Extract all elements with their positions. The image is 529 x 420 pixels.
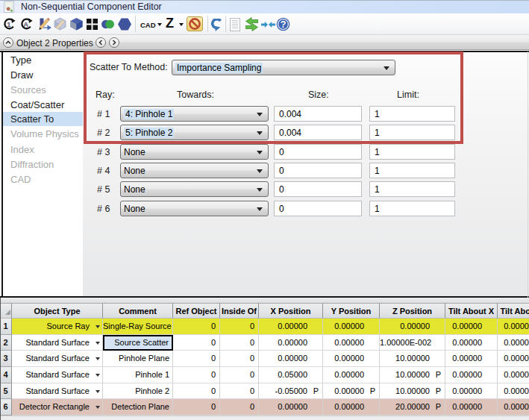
svg-text:1: 1 (7, 20, 11, 28)
svg-text:?: ? (281, 19, 287, 30)
svg-text:A: A (23, 20, 28, 28)
